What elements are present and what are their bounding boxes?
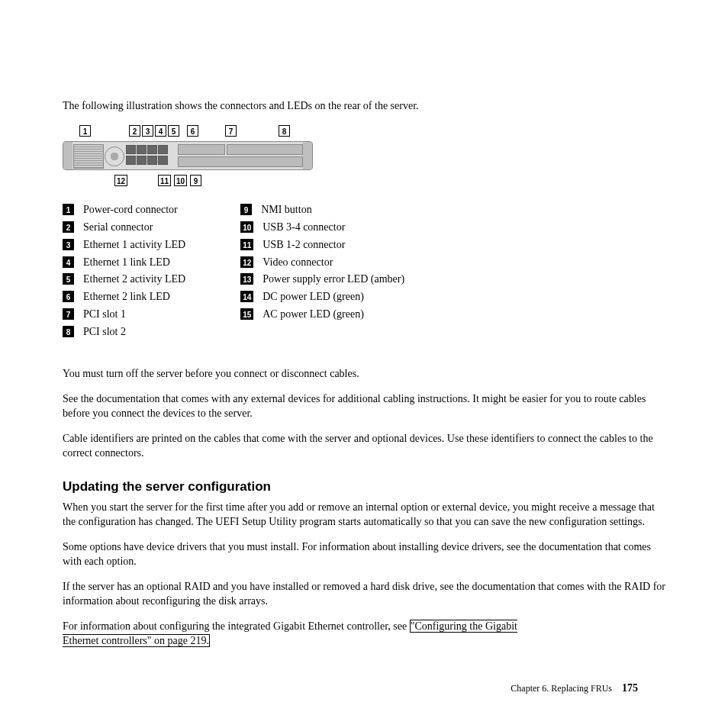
connector-legend: 1Power-cord connector2Serial connector3E… [63,203,669,343]
legend-item: 12Video connector [240,256,404,270]
legend-number: 1 [63,204,74,215]
diagram-callout: 11 [158,174,171,188]
legend-number: 6 [63,291,74,302]
legend-number: 9 [240,204,252,215]
body-paragraph: When you start the server for the first … [63,501,669,530]
legend-item: 13Power supply error LED (amber) [240,272,404,287]
legend-number: 7 [63,308,74,320]
legend-label: PCI slot 2 [83,325,126,340]
legend-label: Video connector [263,256,333,270]
legend-label: Ethernet 1 link LED [83,256,170,270]
cross-reference-link[interactable]: Ethernet controllers" on page 219. [63,634,210,647]
legend-label: PCI slot 1 [83,308,126,322]
body-paragraph: Some options have device drivers that yo… [63,540,669,569]
intro-text: The following illustration shows the con… [63,99,669,114]
page-footer: Chapter 6. Replacing FRUs 175 [511,681,638,696]
legend-item: 4Ethernet 1 link LED [63,256,185,270]
legend-number: 5 [63,273,74,285]
legend-label: Power-cord connector [83,203,178,217]
legend-item: 2Serial connector [63,221,185,235]
legend-number: 8 [63,326,74,337]
callout-number: 8 [279,125,290,137]
body-paragraph: If the server has an optional RAID and y… [63,580,669,609]
legend-label: AC power LED (green) [263,308,364,322]
cross-reference-link[interactable]: "Configuring the Gigabit [410,620,517,633]
legend-item: 11USB 1-2 connector [240,238,404,253]
legend-number: 12 [240,256,253,268]
legend-number: 15 [240,308,253,320]
legend-number: 2 [63,221,74,233]
diagram-callout: 4 [155,124,166,139]
callout-number: 12 [114,175,127,186]
body-paragraph: See the documentation that comes with an… [63,392,669,421]
page-number: 175 [622,682,638,694]
callout-number: 10 [174,175,187,186]
legend-item: 15AC power LED (green) [240,308,404,322]
callout-number: 5 [168,125,179,137]
diagram-callout: 1 [79,124,91,139]
chapter-label: Chapter 6. Replacing FRUs [511,683,612,694]
callout-number: 6 [187,125,198,137]
callout-number: 4 [155,125,166,137]
legend-label: Serial connector [83,221,153,235]
legend-label: Ethernet 1 activity LED [83,238,185,253]
legend-item: 1Power-cord connector [63,203,185,217]
diagram-callout: 5 [168,124,179,139]
legend-label: Ethernet 2 activity LED [83,272,185,287]
legend-item: 14DC power LED (green) [240,290,404,304]
diagram-callout: 12 [114,174,127,188]
server-rear-diagram: 12345678 1211109 [63,124,645,189]
callout-number: 2 [129,125,140,137]
legend-label: USB 1-2 connector [263,238,345,253]
legend-item: 3Ethernet 1 activity LED [63,238,185,253]
diagram-callout: 10 [174,174,187,188]
legend-label: NMI button [261,203,312,217]
legend-number: 4 [63,256,74,268]
legend-item: 7PCI slot 1 [63,308,185,322]
callout-number: 3 [142,125,153,137]
diagram-callout: 3 [142,124,153,139]
section-heading: Updating the server configuration [63,478,669,496]
diagram-callout: 2 [129,124,140,139]
legend-label: Ethernet 2 link LED [83,290,170,304]
legend-label: USB 3-4 connector [263,221,345,235]
legend-number: 10 [240,221,253,233]
legend-number: 11 [240,239,253,250]
diagram-callout: 7 [225,124,237,139]
legend-item: 10USB 3-4 connector [240,221,404,235]
callout-number: 11 [158,175,171,186]
diagram-callout: 6 [187,124,198,139]
legend-label: Power supply error LED (amber) [263,272,404,287]
legend-item: 9NMI button [240,203,404,217]
legend-item: 8PCI slot 2 [63,325,185,340]
body-text: For information about configuring the in… [63,620,410,632]
callout-number: 1 [79,125,91,137]
diagram-callout: 8 [279,124,290,139]
legend-item: 5Ethernet 2 activity LED [63,272,185,287]
server-chassis-illustration [63,141,313,170]
legend-number: 14 [240,291,253,302]
body-paragraph: Cable identifiers are printed on the cab… [63,432,669,461]
legend-number: 3 [63,239,74,250]
legend-label: DC power LED (green) [263,290,364,304]
body-paragraph: You must turn off the server before you … [63,367,669,382]
callout-number: 9 [190,175,201,186]
diagram-callout: 9 [190,174,201,188]
body-paragraph: For information about configuring the in… [63,620,669,649]
legend-item: 6Ethernet 2 link LED [63,290,185,304]
legend-number: 13 [240,273,253,285]
callout-number: 7 [225,125,237,137]
